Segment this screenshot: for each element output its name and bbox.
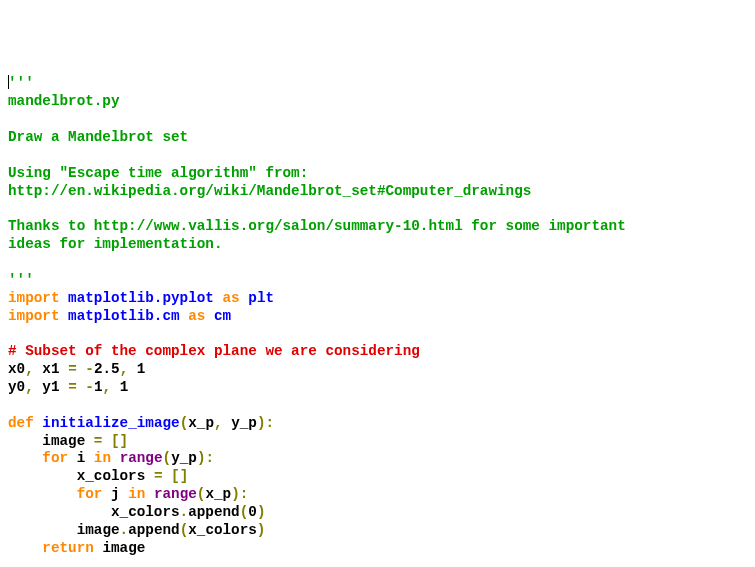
keyword-import: import <box>8 308 59 324</box>
module-name: matplotlib.pyplot <box>68 290 214 306</box>
operator: ) <box>257 504 266 520</box>
keyword-as: as <box>188 308 205 324</box>
operator: [ <box>171 468 180 484</box>
operator: . <box>180 504 189 520</box>
keyword-import: import <box>8 290 59 306</box>
docstring-line: ideas for implementation. <box>8 236 223 252</box>
variable: x_p <box>205 486 231 502</box>
docstring-line: http://en.wikipedia.org/wiki/Mandelbrot_… <box>8 183 531 199</box>
docstring-close: ''' <box>8 272 34 288</box>
operator: ( <box>163 450 172 466</box>
docstring-line: mandelbrot.py <box>8 93 120 109</box>
operator: [ <box>111 433 120 449</box>
parameter: x_p <box>188 415 214 431</box>
number: 2.5 <box>94 361 120 377</box>
operator: , <box>214 415 223 431</box>
keyword-in: in <box>94 450 111 466</box>
operator: ] <box>180 468 189 484</box>
function-name: initialize_image <box>42 415 179 431</box>
comment-line: # Subset of the complex plane we are con… <box>8 343 420 359</box>
variable: x_colors <box>111 504 180 520</box>
keyword-as: as <box>223 290 240 306</box>
alias-name: cm <box>214 308 231 324</box>
operator: , <box>25 379 34 395</box>
operator: ) <box>257 415 266 431</box>
keyword-for: for <box>42 450 68 466</box>
variable: y1 <box>42 379 59 395</box>
operator: = <box>154 468 163 484</box>
variable: x1 <box>42 361 59 377</box>
variable: image <box>77 522 120 538</box>
number: 1 <box>120 379 129 395</box>
variable: x0 <box>8 361 25 377</box>
builtin-range: range <box>154 486 197 502</box>
keyword-def: def <box>8 415 34 431</box>
operator: = <box>94 433 103 449</box>
operator: ) <box>231 486 240 502</box>
builtin-range: range <box>120 450 163 466</box>
docstring-open: ''' <box>8 75 34 91</box>
operator: : <box>240 486 249 502</box>
operator: , <box>103 379 112 395</box>
operator: = <box>68 379 77 395</box>
docstring-line: Using "Escape time algorithm" from: <box>8 165 308 181</box>
docstring-line: Draw a Mandelbrot set <box>8 129 188 145</box>
number: 1 <box>94 379 103 395</box>
parameter: y_p <box>231 415 257 431</box>
operator: : <box>266 415 275 431</box>
variable: j <box>111 486 120 502</box>
operator: ) <box>257 522 266 538</box>
variable: image <box>102 540 145 556</box>
operator: ] <box>120 433 129 449</box>
module-name: matplotlib.cm <box>68 308 180 324</box>
operator: ( <box>240 504 249 520</box>
keyword-in: in <box>128 486 145 502</box>
variable: y_p <box>171 450 197 466</box>
code-editor[interactable]: ''' mandelbrot.py Draw a Mandelbrot set … <box>8 75 747 567</box>
variable: x_colors <box>188 522 257 538</box>
operator: : <box>205 450 214 466</box>
operator: . <box>120 522 129 538</box>
variable: i <box>77 450 86 466</box>
operator: - <box>85 379 94 395</box>
operator: , <box>120 361 129 377</box>
operator: , <box>25 361 34 377</box>
alias-name: plt <box>248 290 274 306</box>
variable: x_colors <box>77 468 146 484</box>
docstring-line: Thanks to http://www.vallis.org/salon/su… <box>8 218 626 234</box>
number: 0 <box>248 504 257 520</box>
operator: ( <box>180 522 189 538</box>
operator: - <box>85 361 94 377</box>
variable: image <box>42 433 85 449</box>
number: 1 <box>137 361 146 377</box>
method: append <box>128 522 179 538</box>
operator: = <box>68 361 77 377</box>
method: append <box>188 504 239 520</box>
operator: ( <box>180 415 189 431</box>
variable: y0 <box>8 379 25 395</box>
keyword-return: return <box>42 540 93 556</box>
keyword-for: for <box>77 486 103 502</box>
